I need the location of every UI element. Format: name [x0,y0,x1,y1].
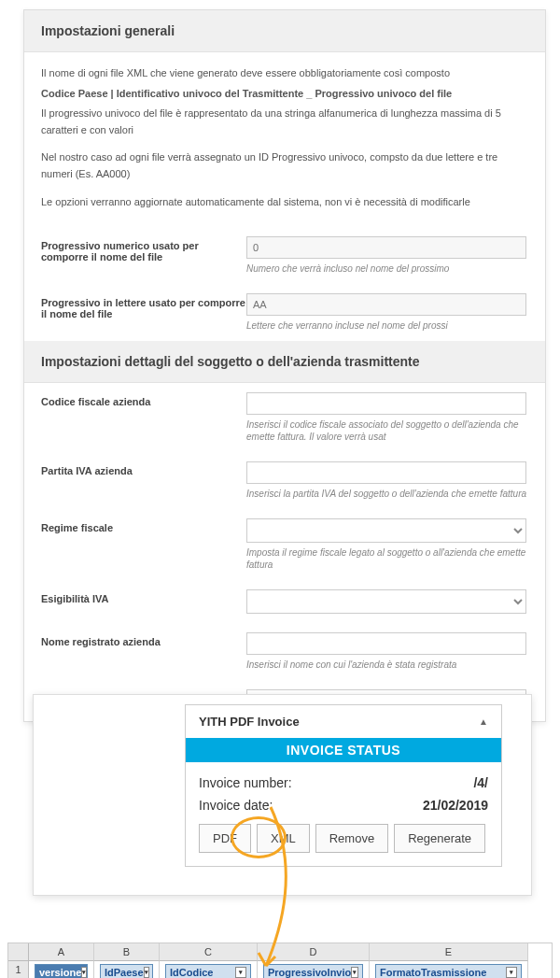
subject-settings-heading: Impostazioni dettagli del soggetto o del… [24,341,545,383]
progressive-letters-label: Progressivo in lettere usato per comporr… [41,293,246,319]
field-input[interactable] [246,518,526,543]
filter-icon: ▾ [235,967,246,978]
field-label: Esigibilità IVA [41,589,246,604]
remove-button[interactable]: Remove [315,824,388,853]
header-idpaese[interactable]: IdPaese▾ [94,961,160,978]
field-input[interactable] [246,589,526,614]
subject-field-row: Esigibilità IVA [24,580,545,623]
field-input[interactable] [246,392,526,415]
invoice-number-row: Invoice number: /4/ [199,772,488,794]
col-label-c[interactable]: C [160,943,258,961]
filter-icon: ▾ [351,967,358,978]
progressive-number-label: Progressivo numerico usato per comporre … [41,236,246,262]
row-num-1[interactable]: 1 [8,961,29,978]
col-label-d[interactable]: D [258,943,370,961]
spreadsheet: A B C D E 1 versione▾ IdPaese▾ IdCodice▾… [7,943,553,978]
header-versione[interactable]: versione▾ [29,961,94,978]
header-idcodice[interactable]: IdCodice▾ [160,961,258,978]
yith-invoice-widget: YITH PDF Invoice ▲ INVOICE STATUS Invoic… [185,704,502,867]
header-progressivoinvio[interactable]: ProgressivoInvio▾ [258,961,370,978]
subject-field-row: Nome registrato aziendaInserisci il nome… [24,623,545,680]
field-help: Inserisci il nome con cui l'azienda è st… [246,659,528,671]
filter-icon: ▾ [506,967,517,978]
field-help: Imposta il regime fiscale legato al sogg… [246,546,528,571]
progressive-letters-help: Lettere che verranno incluse nel nome de… [246,319,528,332]
settings-panel: Impostazioni generali Il nome di ogni fi… [23,9,546,722]
invoice-number-value: /4/ [473,775,488,790]
general-settings-heading: Impostazioni generali [24,10,545,52]
invoice-panel: YITH PDF Invoice ▲ INVOICE STATUS Invoic… [33,694,532,896]
field-help: Inserisci la partita IVA del soggetto o … [246,488,528,500]
field-label: Regime fiscale [41,518,246,533]
progressive-number-help: Numero che verrà incluso nel nome del pr… [246,262,528,275]
field-label: Partita IVA azienda [41,461,246,476]
filter-icon: ▾ [144,967,149,978]
field-label: Codice fiscale azienda [41,392,246,407]
progressive-letters-row: Progressivo in lettere usato per comporr… [24,284,545,341]
collapse-icon: ▲ [479,716,488,727]
general-settings-description: Il nome di ogni file XML che viene gener… [24,52,545,227]
filter-icon: ▾ [81,967,87,978]
subject-field-row: Codice fiscale aziendaInserisci il codic… [24,383,545,452]
widget-title-text: YITH PDF Invoice [199,715,300,729]
widget-title-bar[interactable]: YITH PDF Invoice ▲ [186,705,501,738]
field-input[interactable] [246,632,526,655]
subject-field-row: Regime fiscaleImposta il regime fiscale … [24,509,545,580]
subject-field-row: Partita IVA aziendaInserisci la partita … [24,452,545,509]
field-label: Nome registrato azienda [41,632,246,647]
pdf-button[interactable]: PDF [199,824,251,853]
header-formatotrasmissione[interactable]: FormatoTrasmissione▾ [370,961,528,978]
progressive-number-row: Progressivo numerico usato per comporre … [24,227,545,284]
progressive-number-input[interactable] [246,236,526,259]
header-row: 1 versione▾ IdPaese▾ IdCodice▾ Progressi… [8,961,552,978]
col-label-a[interactable]: A [29,943,94,961]
column-letters-row: A B C D E [8,943,552,961]
regenerate-button[interactable]: Regenerate [394,824,485,853]
invoice-status-header: INVOICE STATUS [186,738,501,762]
field-help: Inserisci il codice fiscale associato de… [246,418,528,443]
invoice-date-value: 21/02/2019 [423,798,488,813]
col-label-e[interactable]: E [370,943,528,961]
invoice-date-row: Invoice date: 21/02/2019 [199,794,488,816]
col-label-b[interactable]: B [94,943,160,961]
progressive-letters-input[interactable] [246,293,526,316]
sheet-corner[interactable] [8,943,29,961]
field-input[interactable] [246,461,526,484]
xml-button[interactable]: XML [257,824,310,853]
